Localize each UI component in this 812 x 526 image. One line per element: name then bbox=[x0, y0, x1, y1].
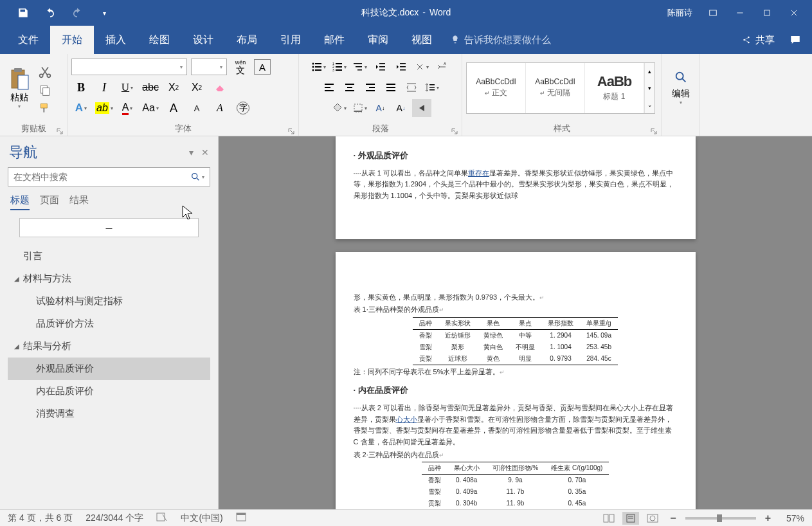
tab-view[interactable]: 视图 bbox=[400, 26, 444, 54]
qat-customize-icon[interactable]: ▾ bbox=[93, 0, 116, 26]
copy-icon[interactable] bbox=[39, 84, 51, 96]
status-wordcount[interactable]: 224/3044 个字 bbox=[86, 512, 143, 524]
tree-item[interactable]: 消费调查 bbox=[8, 403, 210, 425]
zoom-out-button[interactable]: − bbox=[666, 512, 680, 524]
read-mode-icon[interactable] bbox=[600, 512, 617, 525]
phonetic-guide-button[interactable]: wén文 bbox=[231, 58, 250, 76]
tab-layout[interactable]: 布局 bbox=[225, 26, 269, 54]
comments-icon[interactable] bbox=[784, 34, 807, 46]
clipboard-launcher-icon[interactable] bbox=[55, 125, 64, 134]
paste-button[interactable]: 粘贴 ▾ bbox=[4, 66, 35, 109]
tab-review[interactable]: 审阅 bbox=[356, 26, 400, 54]
find-icon[interactable] bbox=[674, 70, 688, 84]
style-gallery-expand[interactable]: ▴▾⌄ bbox=[644, 63, 654, 113]
zoom-in-button[interactable]: + bbox=[761, 512, 775, 524]
redo-icon[interactable] bbox=[66, 0, 89, 26]
eraser-icon[interactable] bbox=[210, 78, 230, 96]
show-marks-button[interactable]: A bbox=[433, 58, 452, 76]
search-icon[interactable] bbox=[190, 172, 201, 182]
clear-format-button[interactable]: A bbox=[210, 99, 230, 117]
nav-search-input[interactable] bbox=[14, 172, 190, 182]
tab-draw[interactable]: 绘图 bbox=[138, 26, 181, 54]
font-launcher-icon[interactable] bbox=[287, 125, 296, 134]
justify-button[interactable] bbox=[381, 78, 401, 96]
font-color-button[interactable]: A▾ bbox=[118, 99, 137, 117]
tree-item[interactable]: 品质评价方法 bbox=[8, 313, 210, 335]
status-language[interactable]: 中文(中国) bbox=[181, 512, 222, 524]
grow-font-button[interactable]: A bbox=[164, 99, 183, 117]
multilevel-list-button[interactable]: ▾ bbox=[350, 58, 370, 76]
maximize-icon[interactable] bbox=[754, 0, 780, 26]
pilcrow-button[interactable] bbox=[412, 99, 431, 117]
tell-me[interactable]: 告诉我你想要做什么 bbox=[444, 34, 551, 46]
line-spacing-button[interactable]: ▾ bbox=[422, 78, 442, 96]
style-normal[interactable]: AaBbCcDdI ↵正文 bbox=[467, 63, 526, 113]
bold-button[interactable]: B bbox=[71, 78, 91, 96]
style-heading1[interactable]: AaBb 标题 1 bbox=[585, 63, 644, 113]
align-center-button[interactable] bbox=[340, 78, 359, 96]
share-button[interactable]: 共享 bbox=[735, 34, 781, 46]
tree-item[interactable]: 试验材料与测定指标 bbox=[8, 290, 210, 313]
tab-insert[interactable]: 插入 bbox=[94, 26, 138, 54]
nav-dropdown-icon[interactable]: ▾ bbox=[189, 147, 194, 158]
borders-button[interactable]: ▾ bbox=[350, 99, 370, 117]
sort-button-2[interactable]: A↓ bbox=[392, 99, 411, 117]
text-effects-button[interactable]: A▾ bbox=[71, 99, 91, 117]
document-canvas[interactable]: 外观品质评价 ····从表 1 可以看出，各品种之间单果重存在显著差异。香梨果实… bbox=[219, 136, 812, 509]
close-icon[interactable] bbox=[781, 0, 807, 26]
font-name-combo[interactable]: ▾ bbox=[71, 59, 187, 75]
change-case-button[interactable]: Aa▾ bbox=[141, 99, 160, 117]
align-left-button[interactable] bbox=[320, 78, 339, 96]
style-no-spacing[interactable]: AaBbCcDdI ↵无间隔 bbox=[526, 63, 585, 113]
superscript-button[interactable]: X2 bbox=[187, 78, 206, 96]
undo-icon[interactable] bbox=[39, 0, 62, 26]
web-layout-icon[interactable] bbox=[644, 512, 661, 525]
font-size-combo[interactable]: ▾ bbox=[191, 59, 227, 75]
user-name[interactable]: 陈丽诗 bbox=[661, 7, 699, 19]
shrink-font-button[interactable]: A bbox=[187, 99, 206, 117]
save-icon[interactable] bbox=[12, 0, 35, 26]
zoom-slider[interactable] bbox=[685, 517, 756, 520]
tree-item[interactable]: ◢材料与方法 bbox=[8, 268, 210, 290]
tree-item[interactable]: ◢结果与分析 bbox=[8, 335, 210, 358]
tab-design[interactable]: 设计 bbox=[181, 26, 225, 54]
bullets-button[interactable]: ▾ bbox=[309, 58, 329, 76]
distribute-button[interactable] bbox=[402, 78, 421, 96]
nav-close-icon[interactable]: ✕ bbox=[201, 147, 209, 158]
tab-mailings[interactable]: 邮件 bbox=[312, 26, 356, 54]
sort-button[interactable]: A↓ bbox=[371, 99, 390, 117]
ribbon-display-icon[interactable] bbox=[700, 0, 726, 26]
highlight-button[interactable]: ab▾ bbox=[95, 99, 114, 117]
asian-layout-button[interactable]: ▾ bbox=[412, 58, 431, 76]
italic-button[interactable]: I bbox=[95, 78, 114, 96]
tree-item-active[interactable]: 外观品质评价 bbox=[8, 358, 210, 380]
styles-launcher-icon[interactable] bbox=[649, 125, 658, 134]
enclose-char-button[interactable]: 字 bbox=[233, 99, 253, 117]
nav-tab-pages[interactable]: 页面 bbox=[40, 194, 59, 210]
nav-search-box[interactable]: ▾ bbox=[8, 167, 210, 186]
char-border-button[interactable]: A bbox=[254, 59, 271, 75]
nav-tab-results[interactable]: 结果 bbox=[69, 194, 89, 210]
shading-button[interactable]: ▾ bbox=[330, 99, 349, 117]
status-page[interactable]: 第 4 页，共 6 页 bbox=[8, 512, 73, 524]
tab-references[interactable]: 引用 bbox=[269, 26, 312, 54]
increase-indent-button[interactable] bbox=[392, 58, 411, 76]
status-macro-icon[interactable] bbox=[236, 512, 246, 524]
decrease-indent-button[interactable] bbox=[371, 58, 390, 76]
tree-item[interactable]: 内在品质评价 bbox=[8, 380, 210, 403]
status-proofing-icon[interactable] bbox=[156, 512, 168, 524]
paragraph-launcher-icon[interactable] bbox=[450, 125, 459, 134]
align-right-button[interactable] bbox=[361, 78, 380, 96]
tab-file[interactable]: 文件 bbox=[6, 26, 50, 54]
nav-tab-headings[interactable]: 标题 bbox=[10, 194, 30, 210]
underline-button[interactable]: U▾ bbox=[118, 78, 137, 96]
cut-icon[interactable] bbox=[39, 66, 51, 78]
numbering-button[interactable]: 123▾ bbox=[330, 58, 349, 76]
strikethrough-button[interactable]: abc bbox=[141, 78, 160, 96]
format-painter-icon[interactable] bbox=[39, 102, 51, 114]
subscript-button[interactable]: X2 bbox=[164, 78, 183, 96]
nav-toolbar[interactable]: — bbox=[19, 218, 199, 237]
tree-item[interactable]: 引言 bbox=[8, 245, 210, 268]
tab-home[interactable]: 开始 bbox=[50, 26, 94, 54]
minimize-icon[interactable] bbox=[727, 0, 753, 26]
